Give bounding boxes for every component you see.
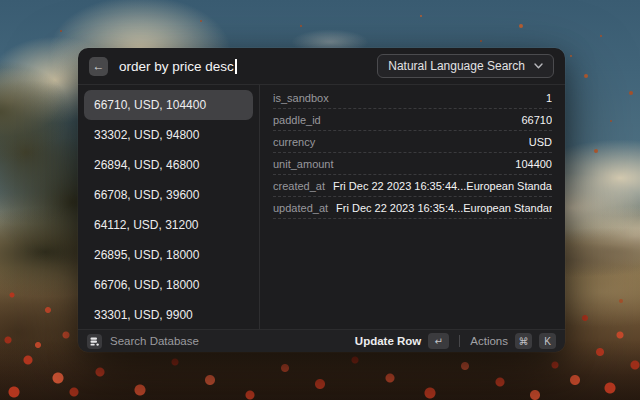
extension-name-label: Search Database bbox=[110, 335, 199, 347]
database-icon bbox=[87, 334, 102, 349]
chevron-down-icon bbox=[534, 63, 543, 69]
search-header: ← order by price desc Natural Language S… bbox=[78, 48, 565, 85]
detail-key: updated_at bbox=[273, 202, 328, 214]
result-label: 66708, USD, 39600 bbox=[94, 188, 199, 202]
result-list-item[interactable]: 66708, USD, 39600 bbox=[84, 180, 253, 210]
result-list-item[interactable]: 26894, USD, 46800 bbox=[84, 150, 253, 180]
footer-divider bbox=[459, 335, 460, 347]
footer-actions: Update Row ↵ Actions ⌘ K bbox=[355, 333, 556, 349]
k-key-icon: K bbox=[539, 333, 556, 349]
text-cursor bbox=[235, 59, 237, 74]
detail-key: unit_amount bbox=[273, 158, 334, 170]
update-row-button[interactable]: Update Row bbox=[355, 335, 421, 347]
detail-row: currency USD bbox=[273, 131, 552, 153]
result-list-item[interactable]: 26895, USD, 18000 bbox=[84, 240, 253, 270]
detail-value: Fri Dec 22 2023 16:35:4...European Stand… bbox=[336, 202, 552, 214]
result-label: 33302, USD, 94800 bbox=[94, 128, 199, 142]
actions-menu-button[interactable]: Actions bbox=[470, 335, 508, 347]
background-floating-petals bbox=[0, 0, 2, 2]
detail-key: is_sandbox bbox=[273, 92, 329, 104]
result-label: 64112, USD, 31200 bbox=[94, 218, 199, 232]
result-list-item[interactable]: 66710, USD, 104400 bbox=[84, 90, 253, 120]
result-label: 66706, USD, 18000 bbox=[94, 278, 199, 292]
search-mode-value: Natural Language Search bbox=[388, 59, 525, 73]
detail-value: 1 bbox=[546, 92, 552, 104]
result-list-item[interactable]: 66706, USD, 18000 bbox=[84, 270, 253, 300]
result-label: 26894, USD, 46800 bbox=[94, 158, 199, 172]
detail-key: paddle_id bbox=[273, 114, 321, 126]
detail-value: Fri Dec 22 2023 16:35:44...European Stan… bbox=[333, 180, 552, 192]
result-list-item[interactable]: 33301, USD, 9900 bbox=[84, 300, 253, 329]
back-button[interactable]: ← bbox=[89, 57, 108, 76]
detail-key: currency bbox=[273, 136, 315, 148]
return-key-icon: ↵ bbox=[428, 333, 449, 349]
detail-value: 104400 bbox=[515, 158, 552, 170]
detail-value: 66710 bbox=[521, 114, 552, 126]
content-area: 66710, USD, 104400 33302, USD, 94800 268… bbox=[78, 85, 565, 329]
search-mode-dropdown[interactable]: Natural Language Search bbox=[377, 54, 554, 78]
detail-row: updated_at Fri Dec 22 2023 16:35:4...Eur… bbox=[273, 197, 552, 219]
search-query-text: order by price desc bbox=[119, 59, 234, 74]
detail-row: paddle_id 66710 bbox=[273, 109, 552, 131]
result-list-item[interactable]: 64112, USD, 31200 bbox=[84, 210, 253, 240]
detail-row: created_at Fri Dec 22 2023 16:35:44...Eu… bbox=[273, 175, 552, 197]
command-palette-window: ← order by price desc Natural Language S… bbox=[78, 48, 565, 352]
results-list: 66710, USD, 104400 33302, USD, 94800 268… bbox=[78, 85, 259, 329]
result-label: 66710, USD, 104400 bbox=[94, 98, 206, 112]
detail-row: unit_amount 104400 bbox=[273, 153, 552, 175]
result-list-item[interactable]: 33302, USD, 94800 bbox=[84, 120, 253, 150]
back-arrow-icon: ← bbox=[93, 59, 105, 73]
result-label: 26895, USD, 18000 bbox=[94, 248, 199, 262]
command-key-icon: ⌘ bbox=[515, 333, 532, 349]
action-bar: Search Database Update Row ↵ Actions ⌘ K bbox=[78, 329, 565, 352]
detail-panel: is_sandbox 1 paddle_id 66710 currency US… bbox=[260, 85, 565, 329]
detail-key: created_at bbox=[273, 180, 325, 192]
result-label: 33301, USD, 9900 bbox=[94, 308, 193, 322]
detail-row: is_sandbox 1 bbox=[273, 87, 552, 109]
search-input[interactable]: order by price desc bbox=[119, 59, 377, 74]
detail-value: USD bbox=[529, 136, 552, 148]
